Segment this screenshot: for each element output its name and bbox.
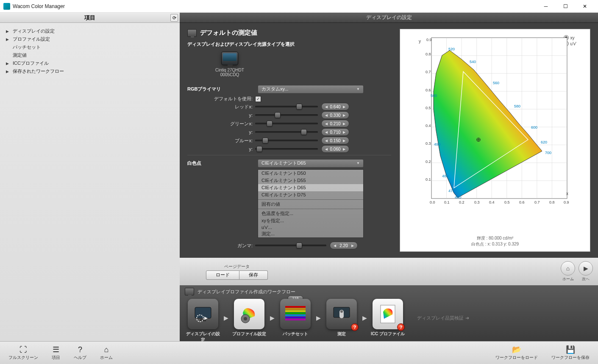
refresh-icon[interactable]: ⟳ (170, 14, 178, 22)
svg-text:0.5: 0.5 (504, 200, 510, 204)
monitor-icon (187, 29, 197, 37)
rgb-primary-dropdown[interactable]: カスタムxy... (258, 85, 364, 94)
wp-option-colortemp[interactable]: 色温度を指定... (258, 210, 363, 217)
red-x-slider[interactable] (255, 106, 318, 108)
blue-y-stepper[interactable]: ◀0.060▶ (321, 145, 349, 153)
svg-text:560: 560 (493, 81, 499, 85)
svg-text:0.3: 0.3 (426, 141, 431, 146)
save-icon: 💾 (566, 345, 575, 354)
chevron-right-icon: ▶ (316, 314, 321, 321)
home-round-button[interactable]: ⌂ (561, 261, 575, 276)
wp-option-uv[interactable]: u'v'... (258, 224, 363, 230)
wp-option-d55[interactable]: CIEイルミナントD55 (258, 177, 363, 184)
home-icon: ⌂ (104, 345, 109, 354)
fullscreen-button[interactable]: ⛶フルスクリーン (8, 345, 38, 361)
svg-rect-63 (285, 312, 306, 314)
device-name: Cintiq 27QHDT (215, 68, 244, 72)
wf-step-icc[interactable]: ? ICC プロファイル (370, 299, 406, 337)
red-y-stepper[interactable]: ◀0.330▶ (321, 111, 349, 119)
fullscreen-icon: ⛶ (19, 345, 27, 354)
use-default-checkbox[interactable]: ✓ (255, 96, 261, 102)
next-round-button[interactable]: ▶ (579, 261, 593, 276)
wp-option-native[interactable]: 固有の値 (258, 201, 363, 208)
svg-text:0.2: 0.2 (426, 160, 431, 164)
page-data-bar: ページデータ ロード 保存 ⌂ホーム ▶次へ (180, 258, 598, 285)
use-default-label: デフォルトを使用: (187, 96, 255, 102)
wf-step-profile[interactable]: プロファイル設定 (231, 299, 267, 337)
svg-rect-62 (285, 310, 306, 312)
svg-text:0.4: 0.4 (489, 200, 495, 204)
wf-step-measure[interactable]: ? 測定 (323, 299, 360, 337)
wp-option-d65[interactable]: CIEイルミナントD65 (258, 184, 363, 191)
green-x-stepper[interactable]: ◀0.210▶ (321, 120, 349, 127)
svg-text:490: 490 (434, 142, 440, 146)
chevron-right-icon: ▶ (224, 314, 228, 321)
maximize-button[interactable]: ☐ (556, 0, 575, 13)
blue-x-stepper[interactable]: ◀0.150▶ (321, 137, 349, 144)
svg-text:y: y (419, 39, 421, 44)
device-tile[interactable]: Cintiq 27QHDT 0005CDQ (209, 52, 251, 77)
wf-step-patchset[interactable]: 118 パッチセット (277, 299, 314, 337)
close-button[interactable]: ✕ (575, 0, 595, 13)
green-y-stepper[interactable]: ◀0.710▶ (321, 128, 349, 136)
svg-text:580: 580 (514, 104, 520, 108)
save-workflow-button[interactable]: 💾ワークフローを保存 (551, 345, 590, 361)
svg-text:700: 700 (545, 151, 551, 155)
wp-option-xy[interactable]: xyを指定... (258, 217, 363, 224)
svg-text:500: 500 (431, 94, 437, 98)
svg-text:0.6: 0.6 (519, 200, 525, 204)
svg-text:0.7: 0.7 (426, 70, 431, 74)
home-button[interactable]: ⌂ホーム (100, 345, 113, 361)
svg-text:0.7: 0.7 (534, 200, 540, 204)
load-workflow-button[interactable]: 📂ワークフローをロード (495, 345, 538, 361)
green-x-slider[interactable] (255, 123, 318, 124)
rgb-primary-label: RGBプライマリ (187, 83, 258, 95)
chart-luminance: 輝度 : 80.000 cd/m² (404, 235, 586, 241)
wf-step-display[interactable]: ディスプレイの設定 (185, 299, 221, 337)
content-pane: ディスプレイの設定 デフォルトの測定値 ディスプレイおよびディスプレイ光源タイプ… (180, 13, 598, 341)
svg-text:0.8: 0.8 (426, 52, 431, 56)
app-icon (3, 3, 10, 10)
blue-x-slider[interactable] (255, 140, 318, 141)
gamma-slider[interactable] (255, 245, 326, 246)
save-button[interactable]: 保存 (239, 270, 268, 280)
tree-item-patchset[interactable]: ▶パッチセット (6, 43, 174, 51)
folder-open-icon: 📂 (512, 345, 521, 354)
tree-item-profile[interactable]: ▶プロファイル設定 (6, 35, 174, 43)
green-y-slider[interactable] (255, 131, 318, 133)
help-button[interactable]: ?ヘルプ (74, 345, 86, 361)
white-point-dropdown[interactable]: CIEイルミナントD65 (258, 159, 364, 168)
wp-option-d75[interactable]: CIEイルミナントD75 (258, 191, 363, 199)
items-button[interactable]: ☰項目 (52, 345, 60, 361)
list-icon: ☰ (53, 345, 59, 354)
red-x-stepper[interactable]: ◀0.640▶ (321, 103, 349, 110)
page-data-label: ページデータ (224, 264, 250, 270)
svg-text:480: 480 (442, 174, 448, 178)
svg-text:540: 540 (470, 60, 476, 64)
svg-text:0.9: 0.9 (564, 200, 569, 204)
minimize-button[interactable]: ─ (536, 0, 556, 13)
svg-text:460: 460 (455, 195, 461, 199)
red-y-slider[interactable] (255, 114, 318, 116)
quality-check-link[interactable]: ディスプレイ品質検証➜ (417, 315, 469, 321)
wp-option-d50[interactable]: CIEイルミナントD50 (258, 170, 363, 177)
tree-item-icc[interactable]: ▶ICCプロファイル (6, 59, 174, 67)
blue-y-slider[interactable] (255, 148, 318, 150)
device-icon (221, 52, 238, 65)
tree-item-saved-wf[interactable]: ▶保存されたワークフロー (6, 67, 174, 75)
titlebar: Wacom Color Manager ─ ☐ ✕ (0, 0, 598, 13)
svg-text:600: 600 (531, 125, 537, 130)
tree: ▶ディスプレイの設定 ▶プロファイル設定 ▶パッチセット ▶測定値 ▶ICCプロ… (0, 23, 180, 80)
load-button[interactable]: ロード (206, 270, 239, 280)
sidebar-header: 項目 ⟳ (0, 13, 180, 23)
app-title: Wacom Color Manager (13, 3, 65, 9)
wp-option-measure[interactable]: 測定... (258, 230, 363, 237)
sidebar-title: 項目 (84, 14, 95, 22)
svg-rect-65 (285, 317, 306, 318)
tree-item-measure[interactable]: ▶測定値 (6, 51, 174, 59)
svg-text:x: x (566, 191, 568, 196)
svg-text:520: 520 (448, 47, 455, 51)
svg-text:0.5: 0.5 (426, 106, 431, 110)
tree-item-display[interactable]: ▶ディスプレイの設定 (6, 27, 174, 35)
gamma-stepper[interactable]: ◀2.20▶ (330, 242, 358, 249)
